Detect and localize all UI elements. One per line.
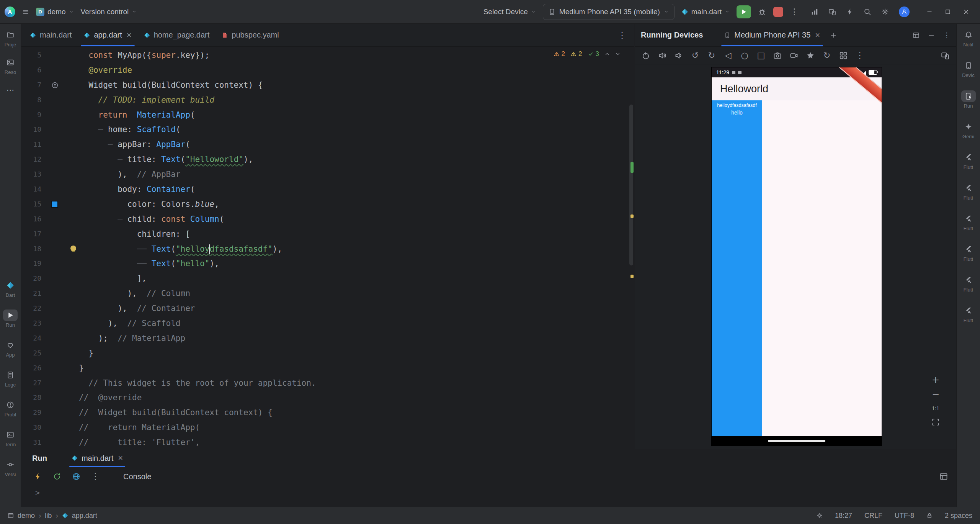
line-number[interactable]: 19: [21, 256, 47, 271]
tool-window-terminal[interactable]: Term: [3, 429, 18, 447]
code-text[interactable]: }: [79, 361, 634, 376]
line-number[interactable]: 22: [21, 301, 47, 316]
volume-down-icon[interactable]: [675, 51, 683, 60]
line-number[interactable]: 9: [21, 108, 47, 123]
add-device-tab-button[interactable]: [830, 32, 837, 39]
device-selector-dropdown[interactable]: Medium Phone API 35 (mobile): [543, 4, 675, 20]
home-pill[interactable]: [768, 440, 825, 442]
debug-icon[interactable]: [758, 8, 766, 16]
inspections-widget[interactable]: 223: [554, 50, 621, 58]
more-actions-icon[interactable]: ⋮: [790, 8, 799, 16]
restart-icon[interactable]: ↻: [823, 51, 831, 60]
line-number[interactable]: 12: [21, 152, 47, 167]
project-selector[interactable]: D demo: [36, 8, 74, 16]
line-number[interactable]: 18: [21, 242, 47, 257]
line-number[interactable]: 31: [21, 435, 47, 449]
override-gutter-icon[interactable]: [51, 82, 59, 89]
panel-layout-icon[interactable]: [939, 472, 948, 481]
inspection-warn[interactable]: 2: [554, 50, 565, 58]
line-number[interactable]: 24: [21, 331, 47, 346]
line-number[interactable]: 5: [21, 48, 47, 63]
tool-window-resource-manager[interactable]: Reso: [3, 57, 18, 75]
emulator-screen[interactable]: 11:29 3G Helloworld helloydfasdsafasdf h…: [712, 67, 882, 445]
snapshot-icon[interactable]: [806, 51, 815, 60]
device-tab[interactable]: Medium Phone API 35 ×: [719, 24, 825, 46]
code-text[interactable]: ), // Column: [79, 286, 634, 301]
vcs-widget[interactable]: Version control: [81, 8, 137, 16]
next-issue-icon[interactable]: [615, 51, 621, 57]
power-icon[interactable]: [642, 51, 650, 60]
rotate-left-icon[interactable]: ↺: [691, 51, 699, 60]
settings-icon[interactable]: [881, 8, 889, 16]
code-text[interactable]: return MaterialApp(: [79, 108, 634, 123]
code-text[interactable]: children: [: [79, 227, 634, 242]
breadcrumb-folder[interactable]: lib: [45, 512, 52, 520]
maximize-button[interactable]: [939, 0, 957, 23]
device-mirroring-icon[interactable]: [828, 8, 836, 16]
more-tools-icon[interactable]: [839, 51, 848, 60]
file-encoding[interactable]: UTF-8: [895, 512, 914, 520]
hardware-input-icon[interactable]: [941, 51, 949, 60]
line-number[interactable]: 25: [21, 346, 47, 361]
main-menu-icon[interactable]: [22, 8, 29, 15]
code-text[interactable]: ─ appBar: AppBar(: [79, 137, 634, 152]
hide-panel-icon[interactable]: [928, 32, 935, 39]
code-text[interactable]: ── Text("helloydfasdsafasdf"),: [79, 242, 634, 257]
tab-options-icon[interactable]: ⋮: [617, 31, 634, 40]
tool-window-run[interactable]: Run: [3, 309, 18, 328]
indent-setting[interactable]: 2 spaces: [945, 512, 972, 520]
tool-window-logcat[interactable]: Logc: [3, 369, 18, 388]
tool-window-gemini[interactable]: Gemi: [961, 121, 976, 139]
run-button[interactable]: [737, 5, 751, 18]
close-icon[interactable]: ×: [118, 454, 123, 462]
cursor-position[interactable]: 18:27: [835, 512, 852, 520]
zoom-out-button[interactable]: −: [932, 391, 939, 398]
profiler-icon[interactable]: [811, 8, 818, 16]
editor-tab-main.dart[interactable]: main.dart: [24, 24, 78, 46]
code-text[interactable]: ), // AppBar: [79, 167, 634, 182]
code-text[interactable]: // This widget is the root of your appli…: [79, 376, 634, 391]
editor-scrollbar[interactable]: [629, 105, 633, 265]
tool-window-flutter-performance[interactable]: Flutt: [961, 213, 976, 231]
code-text[interactable]: body: Container(: [79, 182, 634, 197]
tool-window-problems[interactable]: Probl: [3, 399, 18, 418]
previous-issue-icon[interactable]: [604, 51, 610, 57]
inspection-warn[interactable]: 2: [570, 50, 582, 58]
code-text[interactable]: ), // Scaffold: [79, 316, 634, 331]
code-text[interactable]: // return MaterialApp(: [79, 420, 634, 435]
line-number[interactable]: 14: [21, 182, 47, 197]
breadcrumb-project[interactable]: demo: [18, 512, 35, 520]
tool-window-flutter-inspector[interactable]: Flutt: [961, 182, 976, 201]
tool-window-version-control[interactable]: Versi: [3, 459, 18, 477]
minimize-button[interactable]: [920, 0, 939, 23]
code-text[interactable]: }: [79, 346, 634, 361]
line-number[interactable]: 15: [21, 197, 47, 212]
overview-icon[interactable]: □: [757, 51, 765, 60]
code-text[interactable]: ],: [79, 271, 634, 286]
tool-window-flutter-tool-2[interactable]: Flutt: [961, 305, 976, 323]
tool-window-running-devices[interactable]: Run: [961, 90, 976, 109]
tool-window-device-manager[interactable]: Devic: [961, 60, 976, 78]
line-number[interactable]: 28: [21, 390, 47, 405]
line-number[interactable]: 20: [21, 271, 47, 286]
code-text[interactable]: ─ child: const Column(: [79, 212, 634, 227]
line-number[interactable]: 16: [21, 212, 47, 227]
tool-window-more-tool-windows[interactable]: ⋯: [3, 84, 18, 96]
statusbar-settings-icon[interactable]: [817, 513, 823, 519]
code-text[interactable]: // Widget build(BuildContext context) {: [79, 405, 634, 420]
code-text[interactable]: ── Text("hello"),: [79, 256, 634, 271]
code-text[interactable]: @override: [79, 63, 634, 78]
line-separator[interactable]: CRLF: [864, 512, 882, 520]
lightbulb-icon[interactable]: [70, 246, 76, 251]
editor-tab-pubspec.yaml[interactable]: pubspec.yaml: [216, 24, 285, 46]
back-icon[interactable]: ◁: [724, 51, 732, 60]
read-only-lock-icon[interactable]: [926, 513, 933, 519]
tool-window-dart-analysis[interactable]: Dart: [3, 280, 18, 298]
code-text[interactable]: // TODO: implement build: [79, 93, 634, 108]
close-icon[interactable]: ×: [815, 31, 820, 39]
console-output[interactable]: >: [21, 486, 956, 497]
code-text[interactable]: // @override: [79, 390, 634, 405]
line-number[interactable]: 30: [21, 420, 47, 435]
panel-options-icon[interactable]: ⋮: [943, 32, 950, 39]
tool-window-app-quality-insights[interactable]: App: [3, 339, 18, 358]
